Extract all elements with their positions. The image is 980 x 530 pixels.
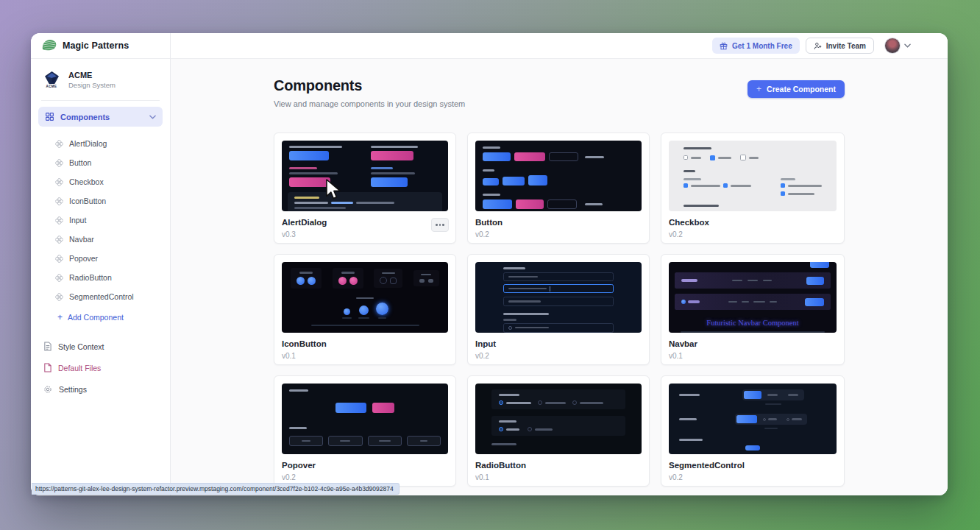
component-thumbnail[interactable]	[475, 141, 642, 211]
component-version: v0.2	[475, 230, 642, 239]
component-diamond-icon	[55, 140, 63, 148]
acme-logo-icon	[45, 71, 59, 84]
component-thumbnail[interactable]	[475, 262, 642, 333]
workspace-subtitle: Design System	[68, 81, 116, 89]
main-area: Get 1 Month Free Invite Team Components …	[171, 33, 948, 495]
sidebar-item-navbar[interactable]: Navbar	[31, 230, 170, 249]
component-name: Checkbox	[669, 218, 837, 227]
brand-header: Magic Patterns	[31, 33, 170, 59]
grid-icon	[45, 112, 54, 121]
component-diamond-icon	[55, 159, 63, 167]
sidebar: Magic Patterns ACME ACME Design System	[31, 33, 171, 495]
sidebar-item-default-files[interactable]: Default Files	[31, 357, 170, 378]
promo-label: Get 1 Month Free	[732, 42, 792, 50]
component-version: v0.2	[282, 473, 448, 481]
component-item-label: Checkbox	[69, 177, 104, 186]
sidebar-item-button[interactable]: Button	[31, 153, 170, 172]
sidebar-item-checkbox[interactable]: Checkbox	[31, 172, 170, 191]
sidebar-divider	[41, 100, 160, 101]
component-thumbnail[interactable]	[282, 262, 448, 333]
component-version: v0.1	[282, 352, 448, 360]
footer-item-label: Style Context	[58, 342, 104, 351]
app-window: Magic Patterns ACME ACME Design System	[31, 33, 948, 495]
component-name: Input	[475, 339, 642, 348]
component-thumbnail[interactable]	[282, 141, 448, 211]
page-title: Components	[274, 77, 465, 94]
component-diamond-icon	[55, 197, 63, 205]
component-grid: AlertDialog v0.3	[274, 132, 845, 487]
component-version: v0.2	[669, 230, 837, 239]
component-card-segmentedcontrol[interactable]: SegmentedControl v0.2	[661, 375, 845, 487]
component-card-iconbutton[interactable]: IconButton v0.1	[274, 254, 456, 365]
sidebar-item-alertdialog[interactable]: AlertDialog	[31, 134, 170, 153]
page-subtitle: View and manage components in your desig…	[274, 99, 465, 108]
sidebar-item-components[interactable]: Components	[38, 107, 163, 127]
component-thumbnail[interactable]	[282, 384, 448, 454]
sidebar-footer: Style Context Default Files Settings	[31, 336, 170, 400]
gift-icon	[720, 42, 728, 50]
acme-logo-text: ACME	[46, 85, 57, 88]
sidebar-item-input[interactable]: Input	[31, 211, 170, 230]
link-preview-statusbar: https://patterns-git-alex-lee-design-sys…	[32, 483, 400, 495]
card-menu-button[interactable]	[431, 218, 449, 232]
component-item-label: RadioButton	[69, 273, 112, 282]
component-thumbnail[interactable]	[475, 384, 642, 454]
plus-icon: +	[57, 313, 63, 322]
invite-team-button[interactable]: Invite Team	[806, 38, 874, 54]
component-thumbnail[interactable]	[669, 141, 837, 211]
component-item-label: SegmentedControl	[69, 292, 134, 301]
component-name: Navbar	[669, 339, 837, 348]
component-name: Button	[475, 218, 642, 227]
sidebar-item-radiobutton[interactable]: RadioButton	[31, 268, 170, 287]
component-thumbnail[interactable]	[669, 384, 837, 454]
component-item-label: Navbar	[69, 235, 94, 244]
component-item-label: Popover	[69, 254, 98, 263]
component-name: RadioButton	[475, 461, 642, 470]
component-diamond-icon	[55, 236, 63, 244]
document-icon	[43, 342, 52, 351]
component-thumbnail[interactable]: Futuristic Navbar Component	[669, 262, 837, 333]
sidebar-item-popover[interactable]: Popover	[31, 249, 170, 268]
sidebar-item-segmentedcontrol[interactable]: SegmentedControl	[31, 287, 170, 306]
component-card-navbar[interactable]: Futuristic Navbar Component Navbar v0.1	[661, 254, 845, 365]
create-component-label: Create Component	[767, 85, 836, 93]
workspace-switcher[interactable]: ACME ACME Design System	[31, 59, 170, 99]
component-version: v0.2	[475, 352, 642, 360]
footer-item-label: Settings	[59, 385, 87, 394]
component-card-alertdialog[interactable]: AlertDialog v0.3	[274, 132, 456, 244]
components-nav-label: Components	[60, 113, 143, 121]
chevron-down-icon	[149, 115, 156, 119]
create-component-button[interactable]: + Create Component	[748, 80, 845, 98]
component-diamond-icon	[55, 274, 63, 282]
add-component-button[interactable]: + Add Component	[31, 308, 170, 327]
topbar: Get 1 Month Free Invite Team	[171, 33, 948, 59]
sidebar-item-style-context[interactable]: Style Context	[31, 336, 170, 357]
component-card-radiobutton[interactable]: RadioButton v0.1	[467, 375, 650, 487]
link-preview-url: https://patterns-git-alex-lee-design-sys…	[35, 485, 394, 492]
workspace-name: ACME	[68, 71, 116, 80]
sidebar-item-settings[interactable]: Settings	[31, 378, 170, 400]
component-version: v0.3	[282, 230, 448, 239]
component-card-input[interactable]: Input v0.2	[467, 254, 650, 365]
component-diamond-icon	[55, 216, 63, 225]
component-diamond-icon	[55, 255, 63, 263]
component-name: AlertDialog	[282, 218, 448, 227]
brand-name: Magic Patterns	[63, 40, 129, 51]
component-card-popover[interactable]: Popover v0.2	[274, 375, 456, 487]
file-icon	[43, 363, 52, 372]
get-month-free-button[interactable]: Get 1 Month Free	[712, 38, 800, 54]
account-menu[interactable]	[884, 38, 911, 54]
component-version: v0.1	[669, 352, 837, 360]
plus-icon: +	[756, 85, 761, 93]
component-card-button[interactable]: Button v0.2	[467, 132, 650, 244]
gear-icon	[43, 385, 52, 394]
component-card-checkbox[interactable]: Checkbox v0.2	[661, 132, 845, 244]
user-plus-icon	[814, 42, 822, 50]
chevron-down-icon	[904, 43, 911, 48]
component-item-label: IconButton	[69, 197, 106, 205]
component-version: v0.1	[475, 473, 642, 481]
avatar	[884, 38, 901, 54]
component-diamond-icon	[55, 293, 63, 301]
footer-item-label: Default Files	[58, 364, 101, 372]
sidebar-item-iconbutton[interactable]: IconButton	[31, 191, 170, 211]
